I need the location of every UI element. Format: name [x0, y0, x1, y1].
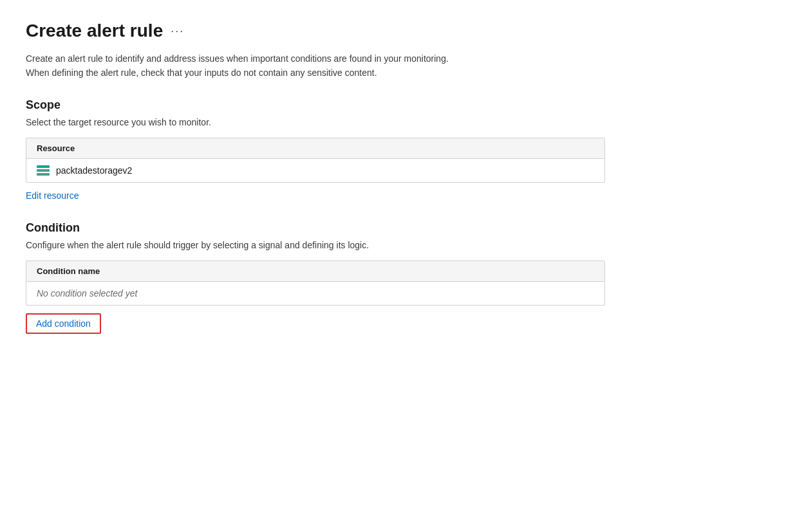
- condition-description: Configure when the alert rule should tri…: [26, 240, 785, 250]
- condition-table-header: Condition name: [26, 261, 604, 282]
- page-title-row: Create alert rule ···: [26, 21, 785, 41]
- description-line2: When defining the alert rule, check that…: [26, 68, 377, 78]
- condition-section: Condition Configure when the alert rule …: [26, 221, 785, 334]
- more-options-button[interactable]: ···: [171, 24, 184, 38]
- resource-table-row: packtadestoragev2: [26, 159, 604, 182]
- scope-description: Select the target resource you wish to m…: [26, 117, 785, 127]
- page-container: Create alert rule ··· Create an alert ru…: [26, 21, 785, 334]
- scope-section: Scope Select the target resource you wis…: [26, 98, 785, 219]
- condition-title: Condition: [26, 221, 785, 235]
- storage-icon-bar-top: [37, 165, 50, 168]
- resource-table: Resource packtadestoragev2: [26, 138, 605, 183]
- storage-icon-bar-bottom: [37, 169, 50, 172]
- condition-empty-row: No condition selected yet: [26, 282, 604, 305]
- edit-resource-link[interactable]: Edit resource: [26, 190, 79, 201]
- resource-table-header: Resource: [26, 138, 604, 159]
- resource-name: packtadestoragev2: [56, 165, 132, 176]
- condition-table: Condition name No condition selected yet: [26, 261, 605, 306]
- add-condition-button[interactable]: Add condition: [26, 313, 101, 334]
- scope-title: Scope: [26, 98, 785, 112]
- page-title: Create alert rule: [26, 21, 163, 41]
- page-description: Create an alert rule to identify and add…: [26, 51, 605, 80]
- storage-icon-bar-middle: [37, 173, 50, 176]
- description-line1: Create an alert rule to identify and add…: [26, 53, 449, 64]
- storage-icon: [37, 165, 50, 176]
